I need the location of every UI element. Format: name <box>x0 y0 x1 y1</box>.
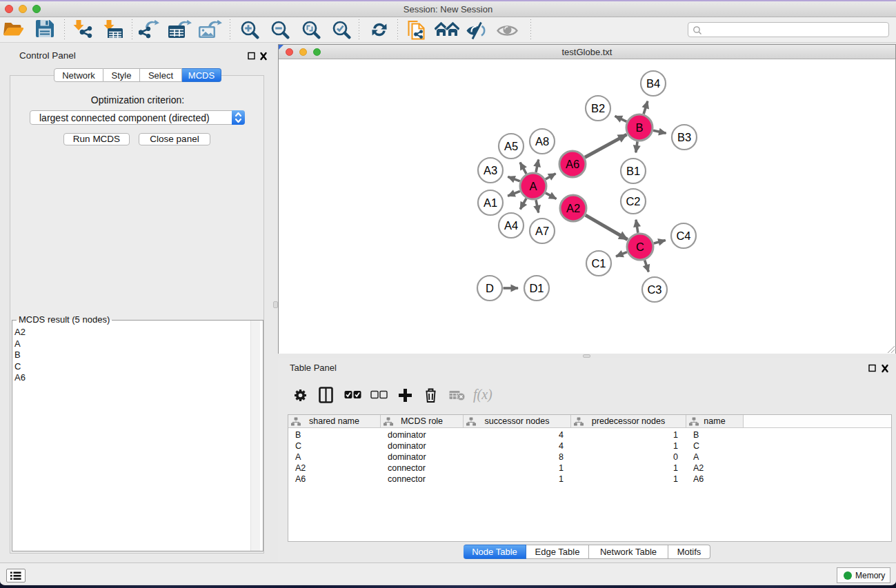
svg-text:C3: C3 <box>647 283 661 296</box>
svg-text:A3: A3 <box>484 164 497 176</box>
svg-text:A4: A4 <box>504 219 518 232</box>
svg-text:C2: C2 <box>626 195 640 207</box>
svg-text:B4: B4 <box>646 77 660 90</box>
svg-text:B1: B1 <box>626 165 640 177</box>
svg-text:B3: B3 <box>677 131 691 143</box>
svg-text:D: D <box>486 282 494 294</box>
svg-text:A6: A6 <box>566 158 579 170</box>
svg-text:A1: A1 <box>484 196 497 209</box>
svg-text:D1: D1 <box>529 282 544 294</box>
svg-text:A: A <box>529 180 537 192</box>
svg-text:B2: B2 <box>591 102 605 114</box>
svg-text:A2: A2 <box>566 202 580 214</box>
svg-text:C4: C4 <box>676 230 690 242</box>
svg-text:B: B <box>635 121 643 134</box>
svg-text:C1: C1 <box>591 257 606 270</box>
svg-text:A8: A8 <box>535 135 549 148</box>
svg-text:A7: A7 <box>535 225 549 237</box>
svg-text:A5: A5 <box>504 140 518 152</box>
svg-text:C: C <box>636 241 644 253</box>
